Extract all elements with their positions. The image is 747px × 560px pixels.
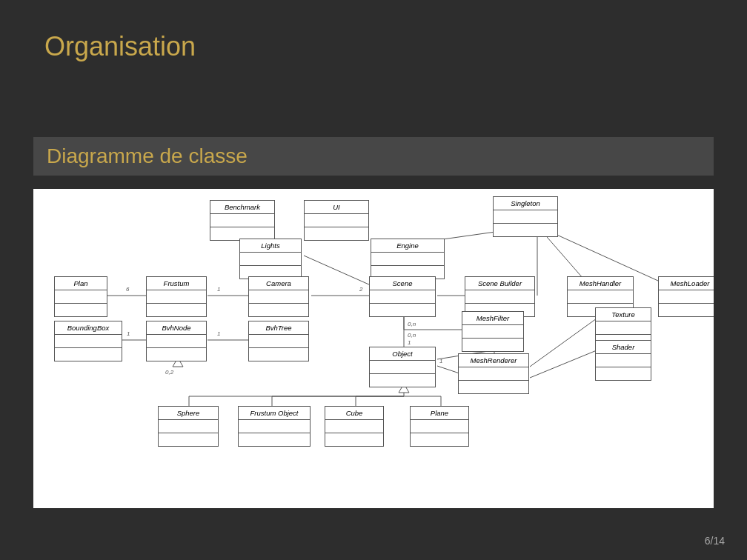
- benchmark-title: Benchmark: [210, 201, 274, 214]
- frustumobj-s1: [239, 420, 310, 433]
- page-title: Organisation: [44, 31, 196, 62]
- engine-s1: [371, 253, 444, 266]
- shader-title: Shader: [596, 341, 651, 354]
- bvhtree-s1: [249, 335, 308, 348]
- uml-object: Object: [369, 347, 436, 387]
- object-s1: [370, 361, 435, 374]
- svg-line-38: [530, 319, 597, 367]
- plan-s1: [55, 290, 107, 304]
- plan-s2: [55, 304, 107, 316]
- bvhtree-title: BvhTree: [249, 321, 308, 335]
- svg-text:0,n: 0,n: [408, 332, 416, 339]
- texture-s1: [596, 321, 651, 335]
- uml-ui: UI: [304, 200, 369, 241]
- uml-meshfilter: MeshFilter: [462, 311, 524, 352]
- ui-s1: [305, 214, 368, 227]
- object-s2: [370, 374, 435, 387]
- boundingbox-title: BoundingBox: [55, 321, 122, 335]
- svg-line-39: [530, 350, 597, 378]
- frustum-title: Frustum: [147, 277, 206, 290]
- boundingbox-s1: [55, 335, 122, 348]
- svg-text:1: 1: [217, 330, 220, 337]
- uml-frustumobj: Frustum Object: [238, 406, 311, 447]
- ui-s2: [305, 227, 368, 240]
- shader-s2: [596, 367, 651, 380]
- uml-singleton: Singleton: [493, 196, 558, 237]
- uml-shader: Shader: [595, 340, 651, 381]
- svg-text:2: 2: [359, 286, 363, 293]
- subtitle-bar: Diagramme de classe: [33, 137, 714, 176]
- cube-s1: [325, 420, 383, 433]
- scene-s1: [370, 290, 435, 304]
- bvhnode-s2: [147, 348, 206, 361]
- scenebuilder-s1: [465, 290, 534, 304]
- svg-text:1: 1: [217, 286, 220, 293]
- meshfilter-title: MeshFilter: [462, 312, 523, 325]
- svg-text:1: 1: [408, 339, 411, 346]
- benchmark-s1: [210, 214, 274, 227]
- bvhtree-s2: [249, 348, 308, 361]
- meshloader-s1: [659, 290, 714, 304]
- plan-title: Plan: [55, 277, 107, 290]
- uml-frustum: Frustum: [146, 276, 207, 317]
- svg-line-6: [304, 256, 371, 285]
- scenebuilder-title: Scene Builder: [465, 277, 534, 290]
- svg-text:1: 1: [439, 358, 442, 364]
- svg-line-25: [437, 366, 459, 373]
- camera-title: Camera: [249, 277, 308, 290]
- uml-plane: Plane: [410, 406, 469, 447]
- svg-text:0,n: 0,n: [408, 321, 416, 327]
- svg-text:0,2: 0,2: [165, 369, 174, 376]
- meshrenderer-title: MeshRenderer: [459, 354, 528, 367]
- plane-s2: [411, 433, 468, 446]
- meshrenderer-s1: [459, 367, 528, 381]
- cube-title: Cube: [325, 407, 383, 420]
- uml-bvhnode: BvhNode: [146, 321, 207, 361]
- sphere-s1: [159, 420, 218, 433]
- plane-title: Plane: [411, 407, 468, 420]
- slide-container: Organisation Diagramme de classe: [0, 0, 747, 560]
- uml-plan: Plan: [54, 276, 107, 317]
- subtitle-text: Diagramme de classe: [47, 144, 248, 167]
- frustumobj-s2: [239, 433, 310, 446]
- bvhnode-s1: [147, 335, 206, 348]
- meshfilter-s2: [462, 339, 523, 351]
- uml-boundingbox: BoundingBox: [54, 321, 122, 361]
- svg-text:1: 1: [127, 330, 130, 337]
- object-title: Object: [370, 347, 435, 361]
- meshrenderer-s2: [459, 381, 528, 393]
- diagram-container: 6 1 2 0,n 1 0,n 1: [33, 189, 714, 508]
- uml-bvhtree: BvhTree: [248, 321, 309, 361]
- texture-title: Texture: [596, 308, 651, 321]
- meshhandler-s1: [568, 290, 633, 304]
- uml-sphere: Sphere: [158, 406, 219, 447]
- uml-scene: Scene: [369, 276, 436, 317]
- bvhnode-title: BvhNode: [147, 321, 206, 335]
- scene-title: Scene: [370, 277, 435, 290]
- meshloader-s2: [659, 304, 714, 316]
- frustum-s1: [147, 290, 206, 304]
- plane-s1: [411, 420, 468, 433]
- sphere-title: Sphere: [159, 407, 218, 420]
- camera-s1: [249, 290, 308, 304]
- uml-benchmark: Benchmark: [210, 200, 275, 241]
- uml-cube: Cube: [325, 406, 384, 447]
- uml-meshrenderer: MeshRenderer: [458, 353, 529, 394]
- scene-s2: [370, 304, 435, 316]
- lights-s1: [240, 253, 301, 266]
- uml-camera: Camera: [248, 276, 309, 317]
- svg-text:6: 6: [126, 286, 130, 293]
- sphere-s2: [159, 433, 218, 446]
- boundingbox-s2: [55, 348, 122, 361]
- meshloader-title: MeshLoader: [659, 277, 714, 290]
- uml-meshloader: MeshLoader: [658, 276, 714, 317]
- camera-s2: [249, 304, 308, 316]
- shader-s1: [596, 354, 651, 367]
- engine-title: Engine: [371, 239, 444, 253]
- meshfilter-s1: [462, 325, 523, 339]
- uml-lights: Lights: [239, 239, 302, 279]
- diagram-inner: 6 1 2 0,n 1 0,n 1: [33, 189, 714, 508]
- cube-s2: [325, 433, 383, 446]
- page-number: 6/14: [705, 535, 725, 547]
- singleton-s2: [494, 224, 557, 236]
